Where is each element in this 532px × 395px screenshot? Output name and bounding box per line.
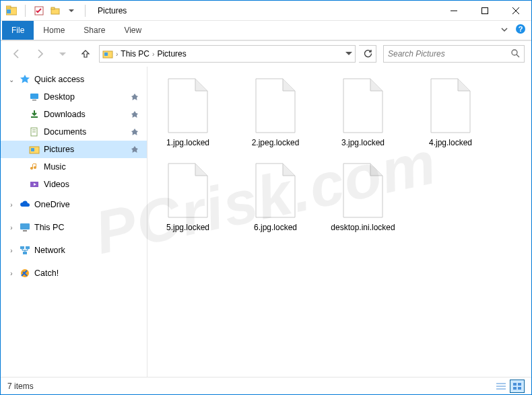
sidebar-label: Catch!: [34, 268, 59, 278]
sidebar-item-thispc[interactable]: › This PC: [1, 219, 147, 236]
file-item[interactable]: 3.jpg.locked: [329, 76, 397, 147]
chevron-right-icon[interactable]: ›: [152, 50, 154, 58]
chevron-right-icon[interactable]: ›: [7, 270, 15, 277]
star-icon: [20, 74, 30, 85]
catch-icon: [20, 268, 30, 279]
pin-icon: [131, 145, 139, 153]
file-item[interactable]: 6.jpg.locked: [242, 161, 309, 232]
sidebar-item-label: Documents: [44, 127, 86, 137]
sidebar-item-pictures[interactable]: Pictures: [1, 141, 147, 158]
videos-icon: [29, 179, 40, 190]
address-dropdown-icon[interactable]: [345, 49, 352, 59]
svg-rect-34: [513, 383, 517, 386]
help-icon[interactable]: ?: [515, 24, 526, 37]
svg-rect-37: [518, 387, 521, 390]
minimize-button[interactable]: [438, 1, 469, 21]
sidebar-label: Network: [34, 246, 65, 255]
recent-dropdown[interactable]: [53, 44, 72, 63]
sidebar-item-documents[interactable]: Documents: [1, 123, 147, 141]
address-location-icon: [102, 48, 113, 59]
file-item[interactable]: desktop.ini.locked: [329, 161, 397, 232]
navigation-pane: ⌄ Quick access DesktopDownloadsDocuments…: [1, 67, 147, 377]
sidebar-item-catch[interactable]: › Catch!: [1, 264, 147, 282]
downloads-icon: [29, 109, 40, 120]
file-item[interactable]: 1.jpg.locked: [154, 76, 222, 147]
file-item[interactable]: 2.jpeg.locked: [242, 76, 309, 147]
search-icon: [510, 48, 520, 60]
file-name: 1.jpg.locked: [166, 138, 209, 147]
music-icon: [29, 161, 40, 172]
svg-rect-5: [51, 7, 55, 9]
file-icon: [426, 76, 475, 135]
view-icons-button[interactable]: [510, 380, 525, 393]
sidebar-label: This PC: [34, 223, 64, 232]
sidebar-item-music[interactable]: Music: [1, 158, 147, 176]
svg-rect-16: [30, 94, 38, 99]
file-name: desktop.ini.locked: [331, 223, 395, 232]
desktop-icon: [29, 92, 40, 102]
ribbon-tab-view[interactable]: View: [114, 21, 151, 40]
svg-rect-17: [32, 100, 36, 101]
breadcrumb-thispc[interactable]: This PC: [121, 49, 149, 59]
file-name: 2.jpeg.locked: [252, 138, 300, 147]
chevron-right-icon[interactable]: ›: [7, 201, 15, 209]
qat-properties-icon[interactable]: [34, 5, 44, 16]
chevron-down-icon[interactable]: ⌄: [7, 76, 15, 83]
sidebar-item-quick-access[interactable]: ⌄ Quick access: [1, 71, 147, 88]
breadcrumb-pictures[interactable]: Pictures: [157, 49, 186, 59]
chevron-right-icon[interactable]: ›: [116, 50, 118, 58]
svg-point-14: [512, 50, 517, 55]
sidebar-item-label: Downloads: [44, 110, 86, 119]
onedrive-icon: [20, 199, 30, 210]
file-item[interactable]: 5.jpg.locked: [154, 161, 222, 232]
file-icon: [163, 76, 213, 135]
file-icon: [163, 161, 213, 220]
window-title: Pictures: [98, 6, 127, 15]
up-button[interactable]: [76, 44, 95, 63]
ribbon-tab-home[interactable]: Home: [34, 21, 74, 40]
ribbon-tab-share[interactable]: Share: [74, 21, 114, 40]
ribbon-expand-icon[interactable]: [500, 24, 508, 36]
chevron-right-icon[interactable]: ›: [7, 247, 15, 254]
close-button[interactable]: [500, 1, 531, 21]
sidebar-item-downloads[interactable]: Downloads: [1, 106, 147, 123]
sidebar-item-network[interactable]: › Network: [1, 242, 147, 259]
svg-rect-27: [20, 246, 24, 249]
ribbon: File Home Share View ?: [1, 21, 531, 40]
svg-rect-26: [23, 230, 27, 231]
address-bar[interactable]: › This PC › Pictures: [99, 45, 356, 63]
sidebar-item-label: Videos: [44, 180, 69, 189]
titlebar: Pictures: [1, 1, 531, 21]
file-icon: [251, 76, 300, 135]
sidebar-item-videos[interactable]: Videos: [1, 176, 147, 193]
qat-newfolder-icon[interactable]: [50, 5, 61, 16]
svg-rect-1: [6, 6, 11, 8]
sidebar-item-onedrive[interactable]: › OneDrive: [1, 196, 147, 213]
file-list[interactable]: 1.jpg.locked2.jpeg.locked3.jpg.locked4.j…: [147, 67, 531, 377]
sidebar-item-label: Music: [44, 162, 66, 172]
refresh-button[interactable]: [359, 45, 376, 63]
pc-icon: [20, 222, 30, 233]
maximize-button[interactable]: [469, 1, 500, 21]
svg-rect-2: [7, 9, 11, 13]
file-icon: [338, 76, 388, 135]
back-button[interactable]: [7, 44, 26, 63]
search-input[interactable]: Search Pictures: [383, 45, 525, 63]
qat-dropdown-icon[interactable]: [66, 5, 77, 16]
ribbon-file-tab[interactable]: File: [2, 21, 34, 40]
file-name: 3.jpg.locked: [341, 138, 385, 147]
svg-rect-29: [23, 252, 27, 254]
file-icon: [251, 161, 300, 220]
svg-rect-7: [482, 7, 488, 13]
view-details-button[interactable]: [494, 380, 508, 393]
sidebar-label: Quick access: [34, 75, 84, 84]
explorer-icon: [6, 5, 17, 16]
svg-rect-13: [104, 52, 108, 56]
sidebar-item-desktop[interactable]: Desktop: [1, 88, 147, 106]
file-item[interactable]: 4.jpg.locked: [417, 76, 484, 147]
statusbar: 7 items: [1, 377, 531, 394]
pin-icon: [131, 93, 139, 101]
status-item-count: 7 items: [7, 382, 34, 391]
forward-button[interactable]: [30, 44, 49, 63]
chevron-right-icon[interactable]: ›: [7, 224, 15, 231]
